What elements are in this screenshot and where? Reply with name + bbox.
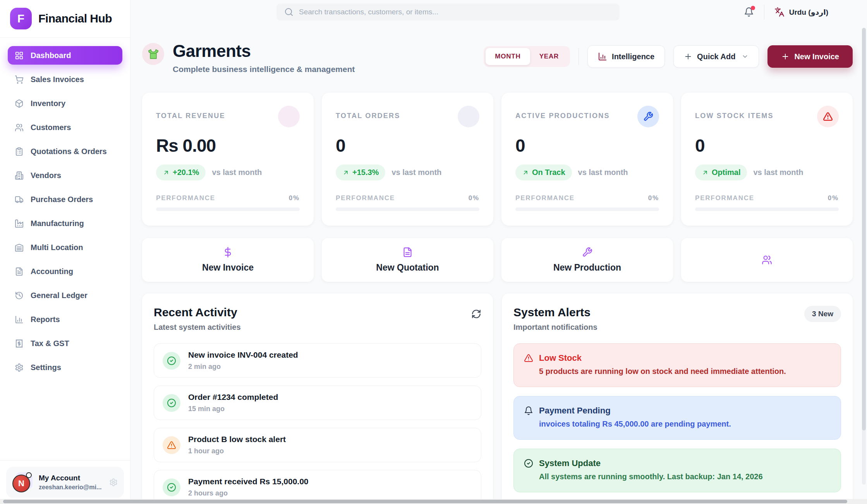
system-alerts-subtitle: Important notifications [513, 323, 597, 332]
quick-action-new-production[interactable]: New Production [501, 238, 673, 282]
stat-label: ACTIVE PRODUCTIONS [515, 112, 610, 120]
warehouse-icon [15, 243, 24, 252]
alert-description: invoices totaling Rs 45,000.00 are pendi… [539, 420, 831, 429]
compare-label: vs last month [753, 168, 803, 177]
plus-icon [684, 52, 692, 61]
activity-time: 1 hour ago [188, 447, 286, 455]
quick-add-button[interactable]: Quick Add [673, 45, 759, 68]
stat-label: LOW STOCK ITEMS [695, 112, 774, 120]
alert-title: System Update [539, 458, 601, 468]
truck-icon [15, 195, 24, 204]
vertical-scrollbar[interactable] [862, 28, 866, 485]
performance-bar [336, 207, 479, 211]
stat-value: Rs 0.00 [156, 135, 300, 156]
cart-icon [15, 75, 24, 84]
wrench-icon [637, 106, 659, 127]
bottom-row: Recent Activity Latest system activities… [142, 293, 853, 504]
quick-action-new-invoice[interactable]: New Invoice [142, 238, 314, 282]
performance-label: PERFORMANCE [336, 194, 395, 202]
page-titles: Garments Complete business intelligence … [173, 41, 355, 74]
sidebar-item-label: Quotations & Orders [31, 147, 107, 156]
refresh-button[interactable] [471, 309, 481, 319]
topbar: Urdu (اردو) [130, 0, 867, 24]
sidebar-item-customers[interactable]: Customers [8, 118, 122, 137]
intelligence-button[interactable]: Intelligence [587, 45, 665, 68]
sidebar-item-label: General Ledger [31, 291, 88, 300]
stat-label: TOTAL REVENUE [156, 112, 225, 120]
alerts-count-badge: 3 New [804, 306, 841, 322]
search-icon [284, 7, 294, 17]
avatar: N [12, 472, 33, 492]
sidebar-item-reports[interactable]: Reports [8, 310, 122, 329]
page-title: Garments [173, 41, 355, 61]
stat-label: TOTAL ORDERS [336, 112, 400, 120]
period-year-button[interactable]: YEAR [530, 48, 568, 65]
trend-badge: +15.3% [336, 165, 385, 180]
avatar-status-dot [26, 472, 32, 478]
arrow-up-right-icon [342, 169, 349, 176]
sidebar-item-inventory[interactable]: Inventory [8, 94, 122, 113]
sidebar-footer: N My Account zeeshan.keerio@mi... [0, 460, 130, 504]
sidebar-item-multi-location[interactable]: Multi Location [8, 238, 122, 257]
activity-list: New invoice INV-004 created 2 min ago Or… [154, 343, 481, 504]
sidebar-item-label: Inventory [31, 99, 65, 108]
performance-value: 0% [469, 194, 479, 202]
vertical-scrollbar-thumb[interactable] [862, 28, 866, 430]
account-card[interactable]: N My Account zeeshan.keerio@mi... [6, 467, 124, 498]
dollar-icon [223, 247, 233, 257]
horizontal-scrollbar[interactable] [0, 499, 867, 504]
history-icon [15, 291, 24, 300]
sidebar-item-dashboard[interactable]: Dashboard [8, 46, 122, 65]
sidebar-item-purchase-orders[interactable]: Purchase Orders [8, 190, 122, 209]
users-icon [762, 255, 772, 265]
activity-title: Product B low stock alert [188, 435, 286, 444]
alert-title: Low Stock [539, 353, 582, 363]
recent-activity-panel: Recent Activity Latest system activities… [142, 293, 493, 504]
quick-add-label: Quick Add [697, 52, 735, 61]
sidebar-item-quotations-orders[interactable]: Quotations & Orders [8, 142, 122, 161]
quick-action-customers[interactable] [681, 238, 853, 282]
check-circle-icon [524, 459, 533, 468]
recent-activity-subtitle: Latest system activities [154, 323, 241, 332]
sidebar-nav: Dashboard Sales Invoices Inventory Custo… [0, 38, 130, 460]
stat-value: 0 [336, 135, 479, 156]
dashboard-icon [15, 51, 24, 60]
search-input[interactable] [299, 8, 612, 16]
main-area: Urdu (اردو) Garments Complete business i… [130, 0, 867, 504]
page-subtitle: Complete business intelligence & managem… [173, 65, 355, 74]
sidebar-item-general-ledger[interactable]: General Ledger [8, 286, 122, 305]
language-selector[interactable]: Urdu (اردو) [774, 7, 828, 17]
check-circle-icon [163, 352, 180, 370]
sidebar-item-sales-invoices[interactable]: Sales Invoices [8, 70, 122, 89]
translate-icon [774, 7, 785, 17]
stats-row: TOTAL REVENUE Rs 0.00 +20.1% vs last mon… [142, 93, 853, 226]
activity-time: 2 min ago [188, 363, 298, 371]
alert-low-stock: Low Stock 5 products are running low on … [513, 343, 841, 387]
quick-action-new-quotation[interactable]: New Quotation [322, 238, 493, 282]
page-header: Garments Complete business intelligence … [142, 41, 853, 74]
sidebar-item-settings[interactable]: Settings [8, 358, 122, 377]
sidebar-item-label: Dashboard [31, 51, 71, 60]
sidebar-item-label: Settings [31, 363, 61, 372]
account-meta: My Account zeeshan.keerio@mi... [39, 474, 103, 491]
sidebar-item-vendors[interactable]: Vendors [8, 166, 122, 185]
period-month-button[interactable]: MONTH [486, 48, 530, 65]
horizontal-scrollbar-thumb[interactable] [3, 500, 847, 503]
package-icon [15, 99, 24, 108]
compare-label: vs last month [391, 168, 441, 177]
notifications-button[interactable] [744, 7, 754, 17]
sidebar-item-accounting[interactable]: Accounting [8, 262, 122, 281]
new-invoice-button[interactable]: New Invoice [767, 45, 853, 68]
notification-badge [751, 6, 755, 10]
performance-value: 0% [289, 194, 300, 202]
intelligence-label: Intelligence [612, 52, 654, 61]
global-search [276, 3, 620, 21]
sidebar-item-manufacturing[interactable]: Manufacturing [8, 214, 122, 233]
sidebar-item-tax-gst[interactable]: Tax & GST [8, 334, 122, 353]
stat-card-total-orders: TOTAL ORDERS 0 +15.3% vs last month PERF… [322, 93, 493, 226]
quick-action-label: New Quotation [376, 262, 439, 273]
account-settings-icon[interactable] [109, 478, 118, 487]
alert-title: Payment Pending [539, 406, 611, 416]
trend-badge: Optimal [695, 165, 747, 180]
performance-label: PERFORMANCE [515, 194, 575, 202]
